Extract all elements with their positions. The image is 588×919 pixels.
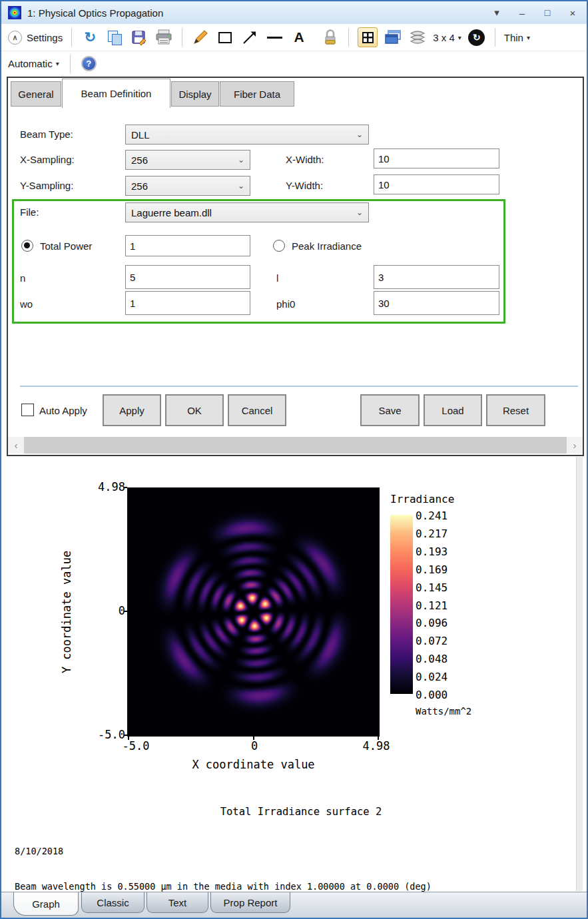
- n-field[interactable]: [125, 265, 250, 289]
- phi0-field[interactable]: [374, 291, 499, 315]
- tab-beam-definition[interactable]: Beam Definition: [62, 79, 170, 108]
- rectangle-annotation-button[interactable]: [216, 27, 234, 47]
- arrow-annotation-button[interactable]: [240, 27, 259, 47]
- tab-classic[interactable]: Classic: [81, 892, 145, 913]
- lock-button[interactable]: [321, 27, 340, 47]
- auto-apply-checkbox[interactable]: [21, 404, 34, 416]
- beam-type-select[interactable]: DLL ⌄: [125, 125, 369, 145]
- y-width-label: Y-Width:: [286, 180, 323, 191]
- wo-field[interactable]: [125, 291, 250, 315]
- beam-spot-icon: [8, 6, 21, 19]
- tab-label: Fiber Data: [234, 89, 280, 100]
- maximize-icon[interactable]: □: [540, 7, 555, 18]
- minimize-icon[interactable]: –: [515, 7, 529, 19]
- printer-icon: [155, 29, 172, 45]
- total-power-radio[interactable]: [21, 240, 33, 252]
- tile-windows-button[interactable]: [358, 27, 378, 47]
- chevron-down-icon: ▾: [458, 34, 461, 41]
- chevron-down-icon: ⌄: [238, 155, 244, 164]
- automatic-mode-dropdown[interactable]: Automatic ▾: [8, 58, 59, 69]
- y-axis-title: Y coordinate value: [60, 551, 73, 673]
- phi0-label: phi0: [276, 298, 295, 310]
- tab-label: General: [18, 89, 53, 100]
- text-icon: A: [294, 29, 304, 45]
- grid-size-dropdown[interactable]: 3 x 4 ▾: [433, 32, 461, 43]
- refresh-button[interactable]: ↻: [81, 27, 99, 47]
- horizontal-scrollbar[interactable]: ‹ ›: [8, 437, 583, 454]
- settings-panel: General Beam Definition Display Fiber Da…: [7, 77, 584, 456]
- colorbar-tick: 0.096: [416, 615, 447, 633]
- scroll-right-icon[interactable]: ›: [567, 437, 583, 454]
- window-title: 1: Physical Optics Propagation: [27, 7, 163, 19]
- l-field[interactable]: [374, 265, 499, 289]
- loop-animation-button[interactable]: ↻: [467, 27, 486, 47]
- y-tickmark: [124, 735, 127, 736]
- y-sampling-label: Y-Sampling:: [20, 180, 73, 191]
- tab-label: Beam Definition: [81, 88, 152, 99]
- peak-irradiance-radio[interactable]: [273, 240, 285, 252]
- layers-button[interactable]: [408, 27, 427, 47]
- print-button[interactable]: [154, 27, 173, 47]
- beam-type-label: Beam Type:: [20, 129, 73, 140]
- report-line: 8/10/2018: [15, 846, 453, 858]
- report-line: Beam wavelength is 0.55000 µm in the med…: [15, 881, 453, 893]
- window-menu-icon[interactable]: ▾: [489, 7, 504, 19]
- tile-grid-icon: [362, 32, 374, 43]
- tab-label: Prop Report: [224, 897, 278, 908]
- save-image-button[interactable]: [130, 27, 148, 47]
- loop-arrow-icon: ↻: [468, 29, 485, 46]
- y-width-field[interactable]: [374, 174, 499, 194]
- line-icon: [267, 37, 282, 39]
- file-select[interactable]: Laguerre beam.dll ⌄: [125, 202, 369, 222]
- load-button[interactable]: Load: [424, 394, 482, 426]
- scroll-left-icon[interactable]: ‹: [8, 437, 24, 454]
- colorbar-tick: 0.193: [416, 543, 447, 561]
- total-power-field[interactable]: [125, 235, 250, 256]
- cascade-windows-button[interactable]: [384, 27, 402, 47]
- close-icon[interactable]: ×: [565, 7, 580, 19]
- x-width-field[interactable]: [374, 149, 499, 168]
- tab-general[interactable]: General: [11, 81, 61, 107]
- chevron-down-icon: ▾: [527, 34, 530, 41]
- line-annotation-button[interactable]: [265, 27, 284, 47]
- title-bar: 1: Physical Optics Propagation ▾ – □ ×: [1, 1, 587, 24]
- help-icon[interactable]: ?: [81, 56, 97, 71]
- y-tick-mid: 0: [85, 604, 125, 617]
- reset-button[interactable]: Reset: [486, 394, 545, 426]
- colorbar-tick: 0.241: [416, 507, 447, 525]
- layers-icon: [409, 29, 426, 45]
- line-thickness-dropdown[interactable]: Thin ▾: [504, 32, 530, 43]
- vertical-scrollbar[interactable]: [576, 457, 583, 891]
- toolbar-separator: [182, 28, 182, 47]
- copy-button[interactable]: [105, 27, 124, 47]
- tab-graph[interactable]: Graph: [13, 892, 79, 916]
- apply-button[interactable]: Apply: [103, 394, 161, 426]
- beam-type-value: DLL: [131, 129, 150, 141]
- tab-display[interactable]: Display: [171, 81, 219, 107]
- x-sampling-select[interactable]: 256 ⌄: [125, 150, 250, 170]
- tab-fiber-data[interactable]: Fiber Data: [220, 81, 294, 107]
- y-sampling-select[interactable]: 256 ⌄: [125, 176, 250, 196]
- settings-toggle[interactable]: ∧ Settings: [8, 31, 63, 45]
- chevron-down-icon: ⌄: [238, 181, 244, 190]
- y-tickmark: [124, 611, 127, 612]
- irradiance-heatmap: [127, 487, 380, 737]
- tab-label: Text: [168, 897, 187, 908]
- colorbar-tick: 0.072: [416, 633, 447, 651]
- ok-button[interactable]: OK: [165, 394, 224, 426]
- auto-apply-label: Auto Apply: [39, 405, 87, 416]
- save-button[interactable]: Save: [360, 394, 420, 426]
- cascade-windows-icon: [384, 29, 402, 45]
- tab-text[interactable]: Text: [147, 892, 208, 913]
- cancel-button[interactable]: Cancel: [228, 394, 286, 426]
- text-annotation-button[interactable]: A: [290, 27, 308, 47]
- file-label: File:: [20, 206, 39, 218]
- pencil-annotation-button[interactable]: [191, 27, 210, 47]
- chevron-down-icon: ▾: [56, 60, 59, 67]
- chevron-up-icon: ∧: [8, 31, 22, 45]
- x-tick-mid: 0: [234, 739, 274, 753]
- tab-prop-report[interactable]: Prop Report: [210, 892, 290, 913]
- chevron-down-icon: ⌄: [356, 208, 363, 217]
- pencil-icon: [192, 29, 208, 45]
- floppy-save-icon: [131, 29, 147, 45]
